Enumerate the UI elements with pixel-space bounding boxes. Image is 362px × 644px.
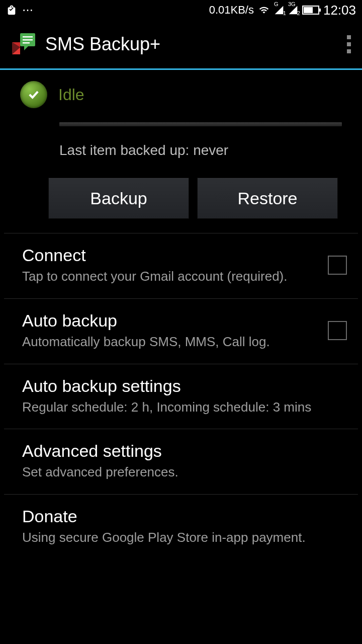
- svg-rect-5: [23, 39, 33, 41]
- signal-1-icon: G 1: [274, 5, 284, 15]
- more-notifications-icon: ⋯: [22, 4, 34, 17]
- donate-subtitle: Using secure Google Play Store in-app pa…: [22, 529, 347, 546]
- backup-status-section: Idle Last item backed up: never: [0, 70, 362, 164]
- wifi-icon: [258, 5, 270, 15]
- status-label: Idle: [58, 86, 84, 104]
- last-backup-label: Last item backed up: never: [59, 142, 342, 158]
- auto-backup-settings-subtitle: Regular schedule: 2 h, Incoming schedule…: [22, 399, 347, 416]
- progress-bar: [59, 122, 342, 126]
- advanced-settings-item[interactable]: Advanced settings Set advanced preferenc…: [4, 429, 358, 495]
- battery-icon: [302, 6, 319, 15]
- connect-checkbox[interactable]: [328, 256, 347, 275]
- data-rate-label: 0.01KB/s: [209, 4, 254, 17]
- donate-title: Donate: [22, 507, 347, 526]
- connect-title: Connect: [22, 246, 318, 265]
- checkmark-icon: [20, 81, 47, 108]
- connect-item[interactable]: Connect Tap to connect your Gmail accoun…: [4, 233, 358, 299]
- clock-label: 12:03: [323, 3, 356, 18]
- connect-subtitle: Tap to connect your Gmail account (requi…: [22, 268, 318, 285]
- auto-backup-settings-item[interactable]: Auto backup settings Regular schedule: 2…: [4, 364, 358, 430]
- auto-backup-checkbox[interactable]: [328, 321, 347, 340]
- restore-button[interactable]: Restore: [197, 178, 338, 219]
- auto-backup-title: Auto backup: [22, 311, 318, 331]
- auto-backup-item[interactable]: Auto backup Automatically backup SMS, MM…: [4, 299, 358, 364]
- app-icon: [9, 30, 37, 58]
- action-button-row: Backup Restore: [0, 164, 362, 233]
- settings-list: Connect Tap to connect your Gmail accoun…: [0, 233, 362, 559]
- auto-backup-settings-title: Auto backup settings: [22, 376, 347, 396]
- app-title: SMS Backup+: [45, 34, 160, 55]
- advanced-settings-subtitle: Set advanced preferences.: [22, 464, 347, 481]
- shopping-bag-icon: [6, 5, 17, 16]
- donate-item[interactable]: Donate Using secure Google Play Store in…: [4, 495, 358, 559]
- signal-2-icon: 3G 2: [288, 5, 298, 15]
- svg-marker-7: [24, 46, 28, 50]
- svg-rect-4: [23, 36, 33, 38]
- overflow-menu-icon[interactable]: [347, 35, 351, 53]
- svg-rect-6: [23, 42, 30, 44]
- app-bar: SMS Backup+: [0, 20, 362, 68]
- auto-backup-subtitle: Automatically backup SMS, MMS, Call log.: [22, 334, 318, 351]
- advanced-settings-title: Advanced settings: [22, 441, 347, 461]
- backup-button[interactable]: Backup: [48, 178, 189, 219]
- status-bar: ⋯ 0.01KB/s G 1 3G 2 12:03: [0, 0, 362, 20]
